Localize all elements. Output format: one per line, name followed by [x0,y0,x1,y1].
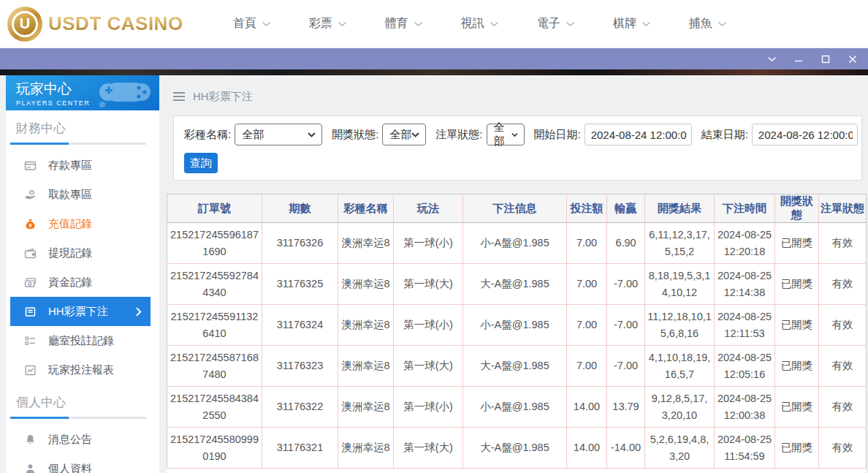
nav-item-label: 首頁 [233,16,256,31]
menu-toggle-icon[interactable] [173,92,185,101]
table-cell: 已開獎 [775,264,819,305]
table-cell: 7.00 [567,264,607,305]
table-cell: 13.79 [607,387,645,428]
table-cell: 31176322 [262,387,338,428]
table-cell: 9,12,8,5,17,3,20,10 [645,387,715,428]
chevron-down-icon [566,21,575,27]
table-cell: 7.00 [567,305,607,346]
table-cell: 有效 [819,264,867,305]
table-cell: 11,12,18,10,15,6,8,16 [645,305,715,346]
table-cell: 2152172455927844340 [167,264,262,305]
section-underline [10,143,146,145]
sidebar-section-title: 個人中心 [10,394,159,411]
sidebar-item-0-5[interactable]: HH彩票下注 [10,297,151,326]
collapse-icon[interactable] [764,51,780,67]
sidebar-item-label: HH彩票下注 [48,305,108,319]
chevron-down-icon [338,21,347,27]
sidebar-item-0-6[interactable]: 廳室投註記錄 [6,326,159,355]
close-icon[interactable] [845,51,861,67]
coin-letter: U [12,11,38,37]
sidebar-item-label: 存款專區 [48,159,92,173]
table-cell: 6,11,12,3,17,5,15,2 [645,223,715,264]
lottery-name-select[interactable]: 全部 [235,124,322,145]
nav-item-label: 體育 [385,16,408,31]
decorative-strip [0,69,868,75]
nav-item-label: 電子 [537,16,560,31]
main-panel: HH彩票下注 彩種名稱: 全部 開獎狀態: 全部 注單狀態: [167,75,868,473]
table-next-row-sliver [167,469,866,473]
table-cell: 第一球(大) [394,264,463,305]
report-icon [24,364,37,376]
nav-item-1[interactable]: 首頁 [214,0,290,48]
table-cell: 小-A盤@1.985 [463,223,567,264]
table-cell: 7.00 [567,223,607,264]
main-menu: 首頁彩票體育視訊電子棋牌捕魚 [214,0,746,48]
nav-item-3[interactable]: 體育 [366,0,442,48]
table-cell: 小-A盤@1.985 [463,387,567,428]
content-area: 玩家中心 PLAYERS CENTER 財務中心存款專區取款專區¥充值記錄提現記… [0,75,868,473]
sidebar-item-0-1[interactable]: 取款專區 [6,180,159,209]
coin-icon: U [7,7,42,42]
table-row: 215217245587168748031176323澳洲幸运8第一球(大)大-… [167,346,867,387]
sidebar-item-0-7[interactable]: 玩家投注報表 [6,355,159,385]
table-cell: 31176325 [262,264,338,305]
table-row: 215217245584384255031176322澳洲幸运8第一球(小)小-… [167,387,867,428]
sidebar-item-1-0[interactable]: 消息公告 [6,425,159,454]
sidebar-section-title: 財務中心 [10,120,159,137]
draw-status-select[interactable]: 全部 [382,124,426,145]
nav-item-6[interactable]: 棋牌 [594,0,670,48]
bet-status-select[interactable]: 全部 [487,124,525,145]
table-cell: 第一球(小) [394,387,463,428]
start-date-input[interactable] [585,124,692,145]
table-cell: 已開獎 [775,428,819,469]
table-cell: 2024-08-25 12:11:53 [715,305,775,346]
column-header-7: 輸贏 [607,194,645,223]
sidebar-item-0-4[interactable]: 資金記錄 [6,268,159,297]
gamepad-icon [96,78,153,107]
column-header-6: 投注額 [567,194,607,223]
search-button[interactable]: 查詢 [184,153,218,173]
brand-logo: U USDT CASINO [7,7,183,42]
table-cell: 大-A盤@1.985 [463,264,567,305]
table-cell: 已開獎 [775,305,819,346]
table-cell: -7.00 [607,264,645,305]
table-cell: 8,18,19,5,3,14,10,12 [645,264,715,305]
table-row: 215217245580999019031176321澳洲幸运8第一球(大)大-… [167,428,867,469]
chevron-down-icon [490,21,499,27]
chevron-down-icon [717,21,727,27]
table-cell: 澳洲幸运8 [338,346,394,387]
nav-item-label: 彩票 [309,16,332,31]
column-header-5: 下注信息 [463,194,567,223]
minimize-icon[interactable] [791,51,807,67]
nav-item-7[interactable]: 捕魚 [670,0,746,48]
wallet-icon [24,247,37,260]
table-cell: 澳洲幸运8 [338,387,394,428]
bell-icon [24,434,37,446]
sidebar-item-0-0[interactable]: 存款專區 [6,151,159,180]
table-cell: 31176324 [262,305,338,346]
sidebar-item-0-3[interactable]: 提現記錄 [6,238,159,268]
end-date-input[interactable] [752,124,858,145]
table-cell: 2024-08-25 12:14:38 [715,264,775,305]
sidebar-item-1-1[interactable]: 個人資料 [6,454,159,473]
breadcrumb: HH彩票下注 [167,75,868,106]
chevron-down-icon [308,132,316,137]
nav-item-2[interactable]: 彩票 [290,0,366,48]
table-row: 215217245592784434031176325澳洲幸运8第一球(大)大-… [167,264,867,305]
table-cell: 2152172455871687480 [167,346,262,387]
nav-item-4[interactable]: 視訊 [442,0,518,48]
table-cell: 已開獎 [775,223,819,264]
nav-item-5[interactable]: 電子 [518,0,594,48]
table-cell: 31176326 [262,223,338,264]
column-header-9: 下注時間 [715,194,775,223]
brand-name: USDT CASINO [48,12,183,35]
table-row: 215217245596187169031176326澳洲幸运8第一球(小)小-… [167,223,867,264]
maximize-icon[interactable] [818,51,834,67]
page-title: HH彩票下注 [193,90,253,104]
chevron-down-icon [642,21,651,27]
deposit-card-icon [24,159,37,172]
table-cell: -7.00 [607,346,645,387]
column-header-3: 彩種名稱 [338,194,394,223]
filter-row: 彩種名稱: 全部 開獎狀態: 全部 注單狀態: 全部 開始 [181,124,854,145]
sidebar-item-0-2[interactable]: ¥充值記錄 [6,209,159,238]
